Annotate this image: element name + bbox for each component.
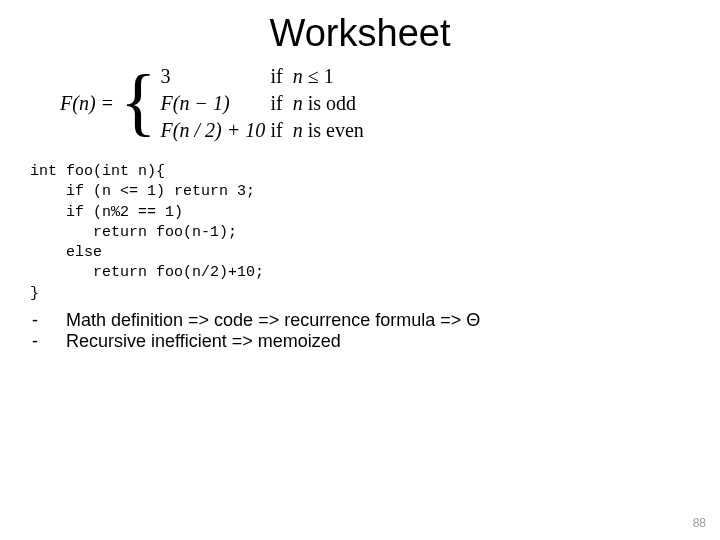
formula-lhs: F(n) = bbox=[60, 92, 114, 115]
case-cond: if n is odd bbox=[271, 92, 357, 115]
case-expr: F(n − 1) bbox=[161, 92, 271, 115]
case-cond: if n is even bbox=[271, 119, 364, 142]
formula-case: F(n / 2) + 10 if n is even bbox=[161, 119, 364, 142]
code-block: int foo(int n){ if (n <= 1) return 3; if… bbox=[30, 162, 690, 304]
piecewise-formula: F(n) = { 3 if n ≤ 1 F(n − 1) if n is odd… bbox=[60, 65, 690, 142]
case-expr: F(n / 2) + 10 bbox=[161, 119, 271, 142]
formula-case: F(n − 1) if n is odd bbox=[161, 92, 364, 115]
formula-case: 3 if n ≤ 1 bbox=[161, 65, 364, 88]
case-expr: 3 bbox=[161, 65, 271, 88]
bullet-text: Recursive inefficient => memoized bbox=[66, 331, 341, 352]
formula-cases: 3 if n ≤ 1 F(n − 1) if n is odd F(n / 2)… bbox=[161, 65, 364, 142]
list-item: - Recursive inefficient => memoized bbox=[30, 331, 690, 352]
left-brace-icon: { bbox=[120, 67, 156, 135]
page-title: Worksheet bbox=[30, 12, 690, 55]
bullet-text: Math definition => code => recurrence fo… bbox=[66, 310, 480, 331]
page-number: 88 bbox=[693, 516, 706, 530]
case-cond: if n ≤ 1 bbox=[271, 65, 334, 88]
list-item: - Math definition => code => recurrence … bbox=[30, 310, 690, 331]
bullet-dash-icon: - bbox=[30, 310, 66, 331]
bullet-list: - Math definition => code => recurrence … bbox=[30, 310, 690, 352]
slide: Worksheet F(n) = { 3 if n ≤ 1 F(n − 1) i… bbox=[0, 0, 720, 540]
bullet-dash-icon: - bbox=[30, 331, 66, 352]
